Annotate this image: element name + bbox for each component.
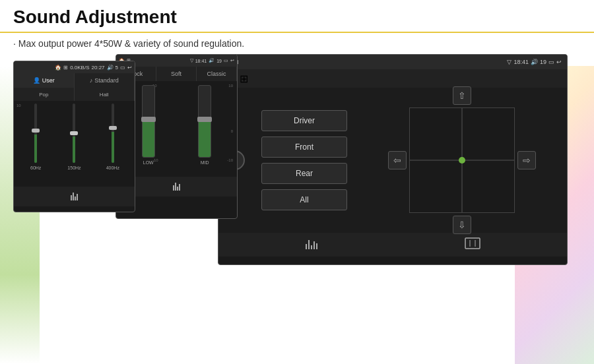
svg-rect-0 [465, 238, 480, 249]
s3-window-icon: ▭ [548, 59, 554, 65]
s3-eq-icon[interactable] [306, 240, 317, 249]
s1-tab-standard[interactable]: ♪ Standard [75, 73, 135, 88]
subtitle: · Max output power 4*50W & variety of so… [0, 33, 594, 54]
s3-crosshair-container: ⇧ ⇦ ⇨ [388, 86, 536, 234]
eq-fill-low [143, 120, 154, 157]
s2-scale-bot-right: -10 [227, 158, 233, 162]
s3-channel-buttons: Driver Front Rear All [251, 88, 357, 233]
s3-wifi-icon: ▽ [507, 59, 512, 65]
eq-thumb-low[interactable] [141, 117, 156, 122]
s1-subtab-hall-label: Hall [100, 92, 109, 98]
s3-arrow-up-container: ⇧ [388, 86, 536, 105]
s1-volume: 5 [116, 65, 118, 71]
s1-scale-top: 10 [16, 104, 21, 107]
s2-wifi-icon: ▽ [190, 58, 193, 63]
s2-vol-icon: 🔊 [209, 58, 214, 63]
eq-band-400hz: 400Hz [101, 104, 124, 184]
eq-thumb-mid[interactable] [197, 117, 212, 122]
s2-scale-bot-mid: -10 [152, 158, 158, 162]
s2-back-icon: ↩ [230, 58, 234, 63]
s3-statusbar: 🏠 ⊞ ▽ 18:41 🔊 19 ▭ ↩ [218, 55, 567, 69]
s1-tab-user-label: User [42, 77, 55, 84]
s1-home-icon: 🏠 [55, 65, 61, 71]
eq-thumb-150hz[interactable] [70, 131, 78, 135]
s1-time: 20:27 [92, 65, 105, 71]
s3-arrow-down-container: ⇩ [388, 216, 536, 234]
eq-band-60hz: 60Hz [24, 104, 48, 184]
s1-tabs: 👤 User ♪ Standard [14, 73, 135, 88]
s1-tab-user[interactable]: 👤 User [14, 73, 75, 88]
s3-balance-icon[interactable] [465, 237, 480, 252]
s1-subtab-hall[interactable]: Hall [75, 88, 135, 101]
eq-track-low[interactable] [142, 85, 155, 158]
eq-track-mid[interactable] [198, 85, 211, 158]
s3-btn-driver[interactable]: Driver [261, 110, 347, 131]
eq-track-60hz[interactable] [34, 104, 37, 163]
screen3: 🏠 ⊞ ▽ 18:41 🔊 19 ▭ ↩ 🏠 ⊞ Driver Front [218, 54, 568, 265]
eq-thumb-400hz[interactable] [109, 126, 117, 130]
s3-crosshair-dot[interactable] [459, 157, 465, 164]
s3-arrow-up-btn[interactable]: ⇧ [453, 86, 471, 105]
s2-scale-top-right: 10 [228, 84, 233, 88]
eq-track-150hz[interactable] [73, 104, 75, 163]
s1-subtab-pop-label: Pop [39, 92, 48, 98]
eq-track-400hz[interactable] [112, 104, 114, 163]
s2-tab-soft-label: Soft [171, 71, 182, 77]
s2-scale-zero-right: 0 [231, 129, 233, 133]
s3-bottom-bar [218, 233, 567, 257]
eq-fill-mid [199, 120, 211, 157]
eq-label-400hz: 400Hz [106, 166, 119, 170]
s3-arrow-right-btn[interactable]: ⇨ [517, 151, 536, 169]
s1-statusbar: 🏠 ⊞ 0.0KB/S 20:27 🔊 5 ▭ ↩ [14, 61, 135, 73]
eq-band-mid: MID [191, 85, 218, 173]
eq-label-mid: MID [201, 160, 209, 165]
s1-window-icon: ▭ [120, 65, 125, 71]
s3-middle-row: ⇦ ⇨ [388, 107, 536, 213]
eq-fill-400hz [112, 132, 114, 163]
eq-label-150hz: 150Hz [67, 166, 81, 170]
s2-tab-classic[interactable]: Classic [197, 67, 237, 81]
s1-eq-area: 10 60Hz 150Hz 400Hz [14, 101, 135, 187]
eq-label-60hz: 60Hz [30, 166, 41, 170]
s3-btn-rear[interactable]: Rear [261, 163, 347, 184]
s3-back-icon: ↩ [556, 59, 562, 65]
s1-subtabs: Pop Hall [14, 88, 135, 101]
s3-vol-icon: 🔊 [531, 59, 538, 65]
s1-vol-icon: 🔊 [107, 65, 114, 71]
s1-user-icon: 👤 [33, 77, 40, 84]
s3-arrow-left-btn[interactable]: ⇦ [388, 151, 407, 169]
s1-bottom-bar [14, 187, 135, 206]
s1-subtab-pop[interactable]: Pop [14, 88, 75, 101]
s1-music-icon: ♪ [90, 77, 93, 84]
s3-crosshair-area: ⇧ ⇦ ⇨ [357, 88, 567, 233]
s3-tab-apps-icon[interactable]: ⊞ [240, 73, 248, 85]
s2-volume: 19 [216, 59, 222, 63]
s1-tab-standard-label: Standard [94, 77, 119, 84]
s2-settings-icon[interactable] [173, 183, 180, 191]
s3-status-right: ▽ 18:41 🔊 19 ▭ ↩ [507, 59, 562, 65]
s3-btn-front[interactable]: Front [261, 136, 347, 158]
s3-main-area: Driver Front Rear All ⇧ ⇦ [218, 88, 567, 233]
s3-tabs: 🏠 ⊞ [218, 69, 567, 88]
s1-network: 0.0KB/S [70, 65, 89, 71]
s1-settings-icon[interactable] [71, 193, 78, 200]
s3-btn-all[interactable]: All [261, 189, 347, 210]
eq-fill-60hz [34, 135, 37, 163]
s3-crosshair-grid[interactable] [409, 107, 515, 213]
s2-tab-soft[interactable]: Soft [156, 67, 197, 81]
s3-volume: 19 [540, 59, 546, 65]
s1-apps-icon: ⊞ [63, 65, 68, 71]
s2-status-right: ▽ 18:41 🔊 19 ▭ ↩ [190, 58, 234, 63]
s2-tab-classic-label: Classic [207, 71, 226, 77]
eq-fill-150hz [73, 136, 75, 164]
screens-container: 🏠 ⊞ 0.0KB/S 20:27 🔊 5 ▭ ↩ 👤 User ♪ Stand… [0, 54, 594, 265]
eq-band-150hz: 150Hz [63, 104, 86, 184]
header: Sound Adjustment [0, 0, 594, 33]
s2-time: 18:41 [195, 59, 207, 63]
screen1: 🏠 ⊞ 0.0KB/S 20:27 🔊 5 ▭ ↩ 👤 User ♪ Stand… [13, 61, 135, 212]
eq-thumb-60hz[interactable] [32, 129, 40, 133]
page-title: Sound Adjustment [13, 7, 581, 28]
s1-back-icon: ↩ [127, 65, 132, 71]
s3-arrow-down-btn[interactable]: ⇩ [453, 216, 471, 234]
s2-window-icon: ▭ [224, 58, 228, 63]
